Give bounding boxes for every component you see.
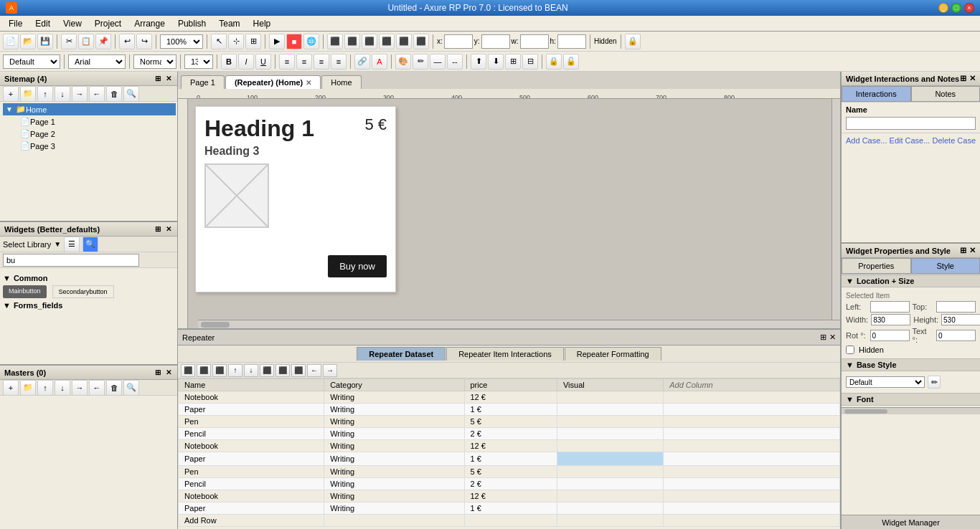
sitemap-indent[interactable]: →	[72, 86, 88, 102]
canvas-content[interactable]: Heading 1 Heading 3 5 € Buy now	[188, 99, 840, 328]
new-button[interactable]: 📄	[3, 34, 19, 49]
cell-category[interactable]: Writing	[324, 490, 464, 502]
sitemap-expand-icon[interactable]: ⊞	[154, 74, 162, 83]
mainbutton-widget[interactable]: Mainbutton	[3, 285, 47, 298]
line-width[interactable]: —	[430, 54, 446, 70]
save-button[interactable]: 💾	[37, 34, 53, 49]
cell-category[interactable]: Writing	[324, 502, 464, 515]
font-dropdown[interactable]: Arial	[68, 54, 126, 69]
maximize-button[interactable]: □	[951, 3, 961, 13]
align-left[interactable]: ⬛	[327, 34, 343, 49]
horizontal-scroll-thumb[interactable]	[201, 322, 230, 328]
height-input[interactable]	[941, 314, 980, 325]
rep-export[interactable]: →	[323, 364, 337, 377]
cell-category[interactable]: Writing	[324, 478, 464, 490]
wp-scrollbar-horizontal[interactable]	[842, 407, 980, 414]
col-add-header[interactable]: Add Column	[664, 379, 840, 391]
cell-category[interactable]: Writing	[324, 428, 464, 440]
sitemap-add-page[interactable]: +	[3, 86, 19, 102]
cell-visual[interactable]	[557, 440, 663, 452]
preview-button[interactable]: 🌐	[303, 34, 319, 49]
menu-help[interactable]: Help	[248, 17, 277, 30]
widgets-expand-icon[interactable]: ⊞	[154, 224, 162, 234]
masters-indent[interactable]: →	[72, 380, 88, 396]
cell-name[interactable]: Pencil	[179, 478, 324, 490]
redo-button[interactable]: ↪	[136, 34, 152, 49]
canvas-scrollbar-vertical[interactable]	[831, 99, 840, 320]
stop-button[interactable]: ■	[286, 34, 302, 49]
sitemap-item-page3[interactable]: 📄 Page 3	[17, 140, 176, 152]
tab-home[interactable]: Home	[321, 75, 361, 89]
masters-close-icon[interactable]: ✕	[164, 368, 173, 377]
cell-add[interactable]	[664, 440, 840, 452]
wp-expand-icon[interactable]: ⊞	[960, 246, 966, 255]
align-right[interactable]: ⬛	[362, 34, 377, 49]
widgets-close-icon[interactable]: ✕	[164, 224, 173, 234]
x-input[interactable]	[444, 34, 473, 49]
order-back[interactable]: ⬇	[488, 54, 504, 70]
cell-add[interactable]	[664, 416, 840, 428]
repeater-close-icon[interactable]: ✕	[829, 333, 836, 342]
rep-import[interactable]: ←	[307, 364, 321, 377]
cell-add[interactable]	[664, 502, 840, 515]
minimize-button[interactable]: _	[938, 3, 948, 13]
cell-add[interactable]	[664, 452, 840, 466]
cell-name[interactable]: Paper	[179, 502, 324, 515]
masters-outdent[interactable]: ←	[89, 380, 105, 396]
sitemap-item-page2[interactable]: 📄 Page 2	[17, 128, 176, 140]
cell-visual[interactable]	[557, 502, 663, 515]
tab-interactions[interactable]: Interactions	[842, 86, 911, 102]
unlock-button[interactable]: 🔓	[563, 54, 579, 70]
rep-col-all[interactable]: ⬛	[291, 364, 306, 377]
hidden-checkbox[interactable]	[846, 345, 854, 354]
cell-price[interactable]: 2 €	[464, 428, 557, 440]
cell-visual[interactable]	[557, 428, 663, 440]
cell-name[interactable]: Notebook	[179, 490, 324, 502]
link-button[interactable]: 🔗	[354, 54, 370, 70]
tab-repeater-home[interactable]: (Repeater) (Home) ✕	[225, 75, 321, 89]
sitemap-item-home[interactable]: ▼ 📁 Home	[3, 103, 176, 115]
open-button[interactable]: 📂	[20, 34, 36, 49]
text-align-right[interactable]: ≡	[314, 54, 329, 70]
tab-repeater-formatting[interactable]: Repeater Formatting	[565, 347, 661, 361]
base-style-select[interactable]: Default	[846, 376, 925, 388]
base-style-edit-icon[interactable]: ✏	[928, 376, 941, 389]
cell-visual[interactable]	[557, 404, 663, 416]
w-input[interactable]	[520, 34, 549, 49]
play-button[interactable]: ▶	[269, 34, 285, 49]
ungroup-button[interactable]: ⊟	[522, 54, 538, 70]
masters-search[interactable]: 🔍	[123, 380, 139, 396]
secondarybutton-widget[interactable]: Secondarybutton	[52, 285, 114, 298]
menu-view[interactable]: View	[57, 17, 88, 30]
cell-price[interactable]	[464, 515, 557, 527]
cell-name[interactable]: Paper	[179, 404, 324, 416]
repeater-table-container[interactable]: Name Category price Visual Add Column No…	[178, 378, 840, 529]
cell-add[interactable]	[664, 466, 840, 478]
widget-search-input[interactable]	[3, 254, 139, 267]
menu-team[interactable]: Team	[213, 17, 245, 30]
bold-button[interactable]: B	[221, 54, 237, 70]
edit-case-link[interactable]: Edit Case...	[890, 136, 930, 145]
masters-delete[interactable]: 🗑	[106, 380, 122, 396]
cell-price[interactable]: 12 €	[464, 440, 557, 452]
col-visual-header[interactable]: Visual	[557, 379, 663, 391]
sitemap-add-folder[interactable]: 📁	[20, 86, 36, 102]
masters-add[interactable]: +	[3, 380, 19, 396]
rep-add-col-all[interactable]: ⬛	[212, 364, 227, 377]
cell-price[interactable]: 12 €	[464, 490, 557, 502]
text-align-justify[interactable]: ≡	[331, 54, 347, 70]
sitemap-outdent[interactable]: ←	[89, 86, 105, 102]
sitemap-close-icon[interactable]: ✕	[164, 74, 173, 83]
cell-price[interactable]: 1 €	[464, 502, 557, 515]
cell-visual[interactable]	[557, 490, 663, 502]
cell-category[interactable]	[324, 515, 464, 527]
widgets-menu-icon[interactable]: ☰	[64, 237, 80, 252]
text-align-center[interactable]: ≡	[296, 54, 312, 70]
cell-visual[interactable]	[557, 515, 663, 527]
masters-add-folder[interactable]: 📁	[20, 380, 36, 396]
cell-add[interactable]	[664, 478, 840, 490]
cell-visual[interactable]	[557, 416, 663, 428]
cell-price[interactable]: 5 €	[464, 416, 557, 428]
cell-category[interactable]: Writing	[324, 466, 464, 478]
align-top[interactable]: ⬛	[379, 34, 395, 49]
